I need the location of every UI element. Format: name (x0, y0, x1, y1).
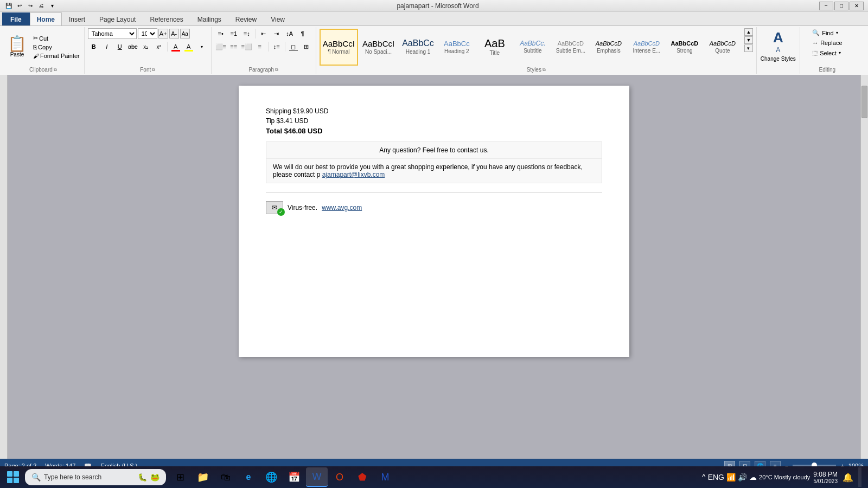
multilevel-list-button[interactable]: ≡↕ (241, 28, 253, 39)
find-dropdown-arrow[interactable]: ▾ (836, 30, 838, 35)
numbering-button[interactable]: ≡1 (228, 28, 240, 39)
styles-expand[interactable]: ⧉ (542, 67, 546, 73)
tab-mailings[interactable]: Mailings (190, 12, 228, 25)
style-heading2[interactable]: AaBbCc Heading 2 (438, 29, 475, 66)
format-painter-button[interactable]: 🖌 Format Painter (32, 52, 81, 60)
task-view-button[interactable]: ⊞ (169, 467, 191, 487)
quick-access-toolbar[interactable]: 💾 ↩ ↪ 🖨 ▾ (4, 2, 56, 10)
select-dropdown-arrow[interactable]: ▾ (839, 50, 841, 55)
edge-button[interactable]: e (238, 467, 259, 487)
word-button[interactable]: W (306, 467, 328, 487)
chrome-button[interactable]: 🌐 (260, 467, 282, 487)
redo-icon[interactable]: ↪ (26, 2, 35, 10)
vertical-scrollbar[interactable] (860, 75, 868, 459)
tab-page-layout[interactable]: Page Layout (92, 12, 143, 25)
find-button[interactable]: 🔍 Find ▾ (810, 28, 840, 37)
avg-link[interactable]: www.avg.com (322, 204, 362, 211)
subscript-button[interactable]: x₂ (140, 41, 152, 52)
undo-icon[interactable]: ↩ (15, 2, 24, 10)
maximize-button[interactable]: □ (834, 2, 848, 10)
style-title[interactable]: AaB Title (476, 29, 513, 66)
tab-file[interactable]: File (2, 12, 30, 25)
taskbar-search[interactable]: 🔍 Type here to search 🐛 🐸 (25, 469, 166, 485)
speaker-icon[interactable]: 🔊 (738, 473, 747, 481)
paste-button[interactable]: 📋 Paste (5, 35, 29, 59)
start-button[interactable] (2, 467, 24, 487)
font-color-dropdown[interactable]: ▾ (196, 41, 208, 52)
close-button[interactable]: ✕ (850, 2, 864, 10)
align-center-button[interactable]: ≡≡ (228, 41, 240, 52)
increase-indent-button[interactable]: ⇥ (271, 28, 283, 39)
font-color-button[interactable]: A (170, 41, 182, 52)
line-spacing-button[interactable]: ↕≡ (271, 41, 283, 52)
tab-review[interactable]: Review (228, 12, 264, 25)
justify-button[interactable]: ≡ (254, 41, 266, 52)
shading-button[interactable]: ◻ (288, 41, 299, 52)
sort-button[interactable]: ↕A (284, 28, 296, 39)
document-page[interactable]: Shipping $19.90 USD Tip $3.41 USD Total … (239, 86, 629, 357)
select-button[interactable]: ⬚ Select ▾ (810, 48, 843, 57)
style-strong[interactable]: AaBbCcD Strong (666, 29, 703, 66)
tab-home[interactable]: Home (30, 12, 62, 25)
style-intense-em[interactable]: AaBbCcD Intense E... (628, 29, 665, 66)
styles-scroll-more[interactable]: ▾ (744, 44, 753, 52)
decrease-indent-button[interactable]: ⇤ (258, 28, 270, 39)
bullets-button[interactable]: ≡• (215, 28, 227, 39)
window-controls[interactable]: − □ ✕ (819, 2, 864, 10)
bold-button[interactable]: B (88, 41, 100, 52)
strikethrough-button[interactable]: abc (127, 41, 139, 52)
tab-insert[interactable]: Insert (62, 12, 92, 25)
language-icon[interactable]: ENG (708, 473, 724, 481)
weather-icon[interactable]: ☁ (749, 473, 757, 481)
network-icon[interactable]: 📶 (726, 473, 736, 481)
style-normal[interactable]: AaBbCcI ¶ Normal (320, 29, 358, 66)
copy-button[interactable]: ⎘ Copy (32, 43, 81, 51)
style-no-spacing[interactable]: AaBbCcI No Spaci... (359, 29, 398, 66)
print-icon[interactable]: 🖨 (37, 2, 46, 10)
tab-references[interactable]: References (143, 12, 190, 25)
align-left-button[interactable]: ⬜≡ (215, 41, 227, 52)
italic-button[interactable]: I (101, 41, 113, 52)
paragraph-expand[interactable]: ⧉ (275, 67, 278, 73)
styles-scroll-up[interactable]: ▲ (744, 28, 753, 36)
system-clock[interactable]: 9:08 PM 5/01/2023 (813, 471, 838, 484)
style-heading1[interactable]: AaBbCc Heading 1 (399, 29, 437, 66)
show-desktop-button[interactable] (858, 467, 861, 487)
minimize-button[interactable]: − (819, 2, 833, 10)
style-quote[interactable]: AaBbCcD Quote (704, 29, 741, 66)
scrollbar-thumb[interactable] (861, 86, 867, 118)
font-expand[interactable]: ⧉ (152, 67, 155, 73)
replace-button[interactable]: ↔ Replace (810, 38, 844, 47)
change-styles-label[interactable]: Change Styles (761, 56, 796, 62)
text-highlight-button[interactable]: A (183, 41, 195, 52)
style-emphasis[interactable]: AaBbCcD Emphasis (590, 29, 627, 66)
notification-button[interactable]: 🔔 (841, 467, 855, 487)
app-icon-red[interactable]: ⬟ (352, 467, 373, 487)
clipboard-expand[interactable]: ⧉ (54, 67, 57, 73)
tray-expand[interactable]: ^ (702, 473, 706, 481)
customize-icon[interactable]: ▾ (48, 2, 56, 10)
font-size-increase[interactable]: A+ (158, 29, 168, 38)
border-button[interactable]: ⊞ (301, 41, 312, 52)
save-icon[interactable]: 💾 (4, 2, 13, 10)
styles-scroll-buttons[interactable]: ▲ ▼ ▾ (744, 28, 753, 66)
style-subtitle[interactable]: AaBbCc. Subtitle (514, 29, 551, 66)
email-link[interactable]: ajamapart@lixvb.com (322, 171, 385, 178)
calendar-button[interactable]: 📅 (283, 467, 305, 487)
font-family-select[interactable]: Tahoma (88, 28, 137, 39)
underline-button[interactable]: U (114, 41, 126, 52)
cut-button[interactable]: ✂ Cut (32, 34, 81, 42)
style-subtle-em[interactable]: AaBbCcD Subtle Em... (552, 29, 589, 66)
file-explorer-button[interactable]: 📁 (192, 467, 214, 487)
app-icon-blue[interactable]: M (374, 467, 396, 487)
tab-view[interactable]: View (264, 12, 292, 25)
ms-store-button[interactable]: 🛍 (215, 467, 237, 487)
font-size-select[interactable]: 10 (138, 28, 157, 39)
change-styles-button[interactable]: A A (772, 28, 784, 55)
show-formatting-button[interactable]: ¶ (297, 28, 309, 39)
styles-scroll-down[interactable]: ▼ (744, 36, 753, 44)
clear-format-button[interactable]: Aa (180, 29, 190, 38)
superscript-button[interactable]: x² (153, 41, 165, 52)
font-size-decrease[interactable]: A- (169, 29, 179, 38)
align-right-button[interactable]: ≡⬜ (241, 41, 253, 52)
